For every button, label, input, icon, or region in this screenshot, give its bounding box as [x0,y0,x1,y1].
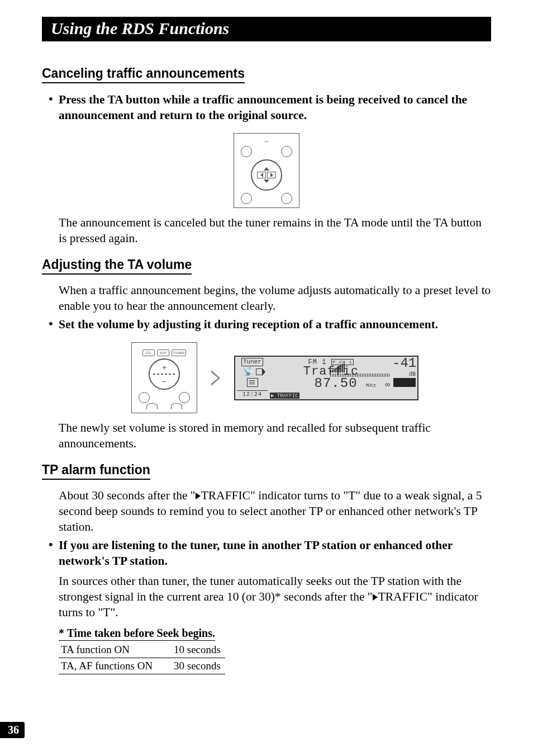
device-button-icon [171,403,182,409]
table-row: TA, AF functions ON 30 seconds [59,658,225,674]
device-dpad-icon [251,159,282,191]
lcd-source-label: Tuner [241,358,263,366]
bullet-icon: • [49,537,59,569]
lcd-scale-icon [330,374,389,377]
heading-canceling-traffic: Canceling traffic announcements [42,66,245,83]
lcd-frequency-unit: MHz [366,383,377,389]
arrow-right-icon [211,370,220,386]
lcd-time: 12:24 [237,390,268,398]
table-cell: TA function ON [59,642,172,658]
table-row: TA function ON 10 seconds [59,642,225,658]
device-volume-dial-icon: + – [149,358,180,390]
heading-adjusting-ta-volume: Adjusting the TA volume [42,257,192,275]
device-button-icon [241,193,252,204]
lcd-speaker-icon [256,368,263,375]
lcd-stereo-icon: ∞ [386,380,391,389]
para-ta-volume-intro: When a traffic announcement begins, the … [59,282,491,314]
bullet-icon: • [49,316,59,332]
table-cell: 30 seconds [172,658,225,674]
bullet-text-set-volume: Set the volume by adjusting it during re… [59,316,438,332]
figure-remote-nav: – [42,133,491,208]
device-button-icon [241,146,252,157]
device-button-icon [139,392,150,403]
lcd-antenna-icon: 📡 [242,368,254,376]
device-button-icon [281,146,292,157]
page-title-bar: Using the RDS Functions [42,17,491,41]
table-cell: TA, AF functions ON [59,658,172,674]
device-button-icon [146,403,158,409]
lcd-frequency: 87.50 [315,376,358,391]
lcd-source-icon [247,378,258,387]
play-icon [196,493,201,499]
figure-volume-and-display: CD AUX TUNER + – Tuner [59,342,491,413]
lcd-display: Tuner 📡 12:24 FM 1 P.CH 1 Traffic 87.50 … [234,356,418,400]
bullet-text-tune-tp: If you are listening to the tuner, tune … [59,537,491,569]
para-volume-stored: The newly set volume is stored in memory… [59,420,491,451]
lcd-traffic-indicator: ▶ TRAFFIC [270,393,299,399]
table-cell: 10 seconds [172,642,225,658]
device-button-icon [281,193,292,204]
page-number: 36 [0,722,25,738]
footnote-seek-heading: * Time taken before Seek begins. [59,627,215,641]
device-cd-button-icon: CD [142,349,155,356]
lcd-pip-box-icon [393,378,416,387]
para-cancel-note: The announcement is canceled but the tun… [59,215,491,246]
seek-time-table: TA function ON 10 seconds TA, AF functio… [59,642,225,674]
device-tuner-button-icon: TUNER [172,349,187,356]
device-aux-button-icon: AUX [157,349,169,356]
device-button-icon [179,392,190,403]
play-icon [373,594,378,601]
para-tp-alarm-intro: About 30 seconds after the "TRAFFIC" ind… [59,488,491,535]
heading-tp-alarm: TP alarm function [42,462,150,480]
lcd-volume-level: -41 [392,358,416,369]
lcd-level-bars-icon [330,363,358,372]
bullet-text-cancel-ta: Press the TA button while a traffic anno… [59,92,491,123]
para-tp-other-sources: In sources other than tuner, the tuner a… [59,573,491,620]
bullet-icon: • [49,92,59,123]
device-dash-icon: – [240,137,293,146]
